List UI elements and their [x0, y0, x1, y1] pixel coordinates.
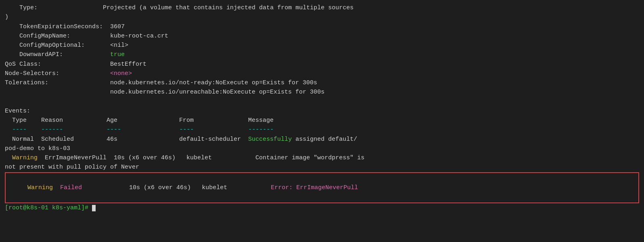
- line-paren: ): [5, 13, 639, 22]
- line-not-present: not present with pull policy of Never: [5, 163, 639, 172]
- line-type: Type: Projected (a volume that contains …: [5, 3, 639, 13]
- line-normal-scheduled: Normal Scheduled 46s default-scheduler S…: [5, 135, 639, 144]
- value-true: true: [110, 51, 125, 58]
- line-configmapname: ConfigMapName: kube-root-ca.crt: [5, 31, 639, 41]
- line-node-selectors: Node-Selectors: <none>: [5, 69, 639, 78]
- prompt-text: [root@k8s-01 k8s-yaml]#: [5, 204, 92, 211]
- line-qosclass: QoS Class: BestEffort: [5, 60, 639, 69]
- line-blank: [5, 97, 639, 106]
- line-warning-failed: Warning Failed 10s (x6 over 46s) kubelet…: [5, 172, 639, 204]
- terminal: Type: Projected (a volume that contains …: [0, 0, 644, 242]
- line-tolerations1: Tolerations: node.kubernetes.io/not-read…: [5, 78, 639, 88]
- line-events-dashes: ---- ------ ---- ---- -------: [5, 125, 639, 134]
- line-configmapoptional: ConfigMapOptional: <nil>: [5, 41, 639, 50]
- value-error-message: Error: ErrImageNeverPull: [271, 184, 358, 191]
- value-warning-1: Warning: [12, 154, 38, 161]
- value-warning-2: Warning: [27, 184, 53, 191]
- line-prompt[interactable]: [root@k8s-01 k8s-yaml]#: [5, 203, 639, 213]
- value-failed: Failed: [60, 184, 82, 191]
- value-none: <none>: [110, 70, 132, 77]
- value-successfully: Successfully: [248, 136, 292, 143]
- line-pod-demo: pod-demo to k8s-03: [5, 144, 639, 153]
- line-events-header: Events:: [5, 106, 639, 116]
- line-warning-errimageneverpull: Warning ErrImageNeverPull 10s (x6 over 4…: [5, 153, 639, 163]
- line-token: TokenExpirationSeconds: 3607: [5, 22, 639, 31]
- cursor-block: [92, 205, 96, 211]
- line-events-columns: Type Reason Age From Message: [5, 116, 639, 125]
- line-tolerations2: node.kubernetes.io/unreachable:NoExecute…: [5, 88, 639, 97]
- line-downwardapi: DownwardAPI: true: [5, 50, 639, 59]
